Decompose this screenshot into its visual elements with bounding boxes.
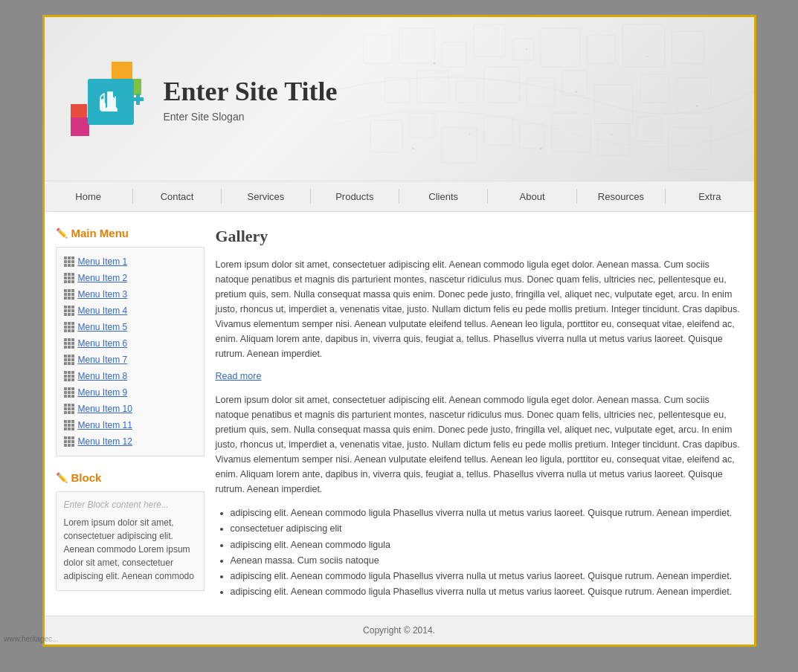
logo-area: Enter Site Title Enter Site Slogan [67,58,338,140]
grid-icon-6 [64,338,74,349]
grid-icon-11 [64,420,74,430]
content-paragraph-1: Lorem ipsum dolor sit amet, consectetuer… [216,257,743,361]
page-title: Gallery [216,227,743,246]
svg-point-27 [434,62,436,65]
nav-bar: Home Contact Services Products Clients A… [45,181,754,212]
list-item-6: adipiscing elit. Aenean commodo ligula P… [231,584,743,600]
nav-contact[interactable]: Contact [133,181,221,211]
menu-item-5[interactable]: Menu Item 5 [57,319,204,335]
grid-icon-7 [64,355,74,365]
content-paragraph-2: Lorem ipsum dolor sit amet, consectetuer… [216,392,743,497]
block-box: Enter Block content here... Lorem ipsum … [56,491,205,591]
menu-item-6[interactable]: Menu Item 6 [57,335,204,352]
svg-rect-5 [541,28,579,67]
grid-icon-3 [64,289,74,300]
watermark: www.heritagec... [4,635,58,643]
nav-home[interactable]: Home [45,181,132,211]
site-title-area: Enter Site Title Enter Site Slogan [164,76,338,123]
menu-item-8[interactable]: Menu Item 8 [57,368,204,384]
svg-point-29 [576,91,578,93]
svg-rect-17 [676,77,712,113]
main-content: Gallery Lorem ipsum dolor sit amet, cons… [216,227,743,601]
logo-icon [67,58,149,140]
svg-rect-26 [669,127,711,169]
block-title: Block [56,471,205,484]
svg-rect-8 [672,31,704,63]
read-more-link[interactable]: Read more [216,371,262,381]
svg-rect-0 [364,35,392,63]
svg-rect-14 [562,71,587,95]
svg-point-30 [646,56,648,57]
svg-rect-25 [637,117,661,141]
svg-rect-15 [594,85,633,123]
copyright-text: Copyright © 2014. [363,625,435,636]
menu-item-9[interactable]: Menu Item 9 [57,384,204,401]
site-title: Enter Site Title [164,76,338,107]
site-frame: Enter Site Title Enter Site Slogan Home … [42,15,756,647]
svg-rect-39 [71,117,89,136]
nav-products[interactable]: Products [311,181,399,211]
list-item-1: adipiscing elit. Aenean commodo ligula P… [231,505,743,521]
block-placeholder: Enter Block content here... [64,500,196,510]
grid-icon-12 [64,436,74,447]
svg-rect-21 [484,117,512,145]
grid-icon-1 [64,256,74,267]
svg-point-34 [611,134,613,135]
content-list: adipiscing elit. Aenean commodo ligula P… [231,505,743,601]
menu-item-3[interactable]: Menu Item 3 [57,286,204,303]
svg-rect-11 [456,81,477,103]
menu-item-4[interactable]: Menu Item 4 [57,303,204,319]
menu-item-2[interactable]: Menu Item 2 [57,270,204,286]
svg-rect-7 [622,25,665,67]
nav-resources[interactable]: Resources [577,181,665,211]
menu-box: Menu Item 1 Menu Item 2 [56,247,205,456]
svg-rect-22 [520,123,544,148]
svg-rect-24 [598,123,630,155]
site-slogan: Enter Site Slogan [164,111,338,123]
grid-icon-4 [64,306,74,316]
menu-item-1[interactable]: Menu Item 1 [57,253,204,270]
svg-rect-20 [442,127,477,163]
site-header: Enter Site Title Enter Site Slogan [45,17,754,181]
svg-point-28 [526,48,527,50]
grid-icon-8 [64,371,74,381]
nav-extra[interactable]: Extra [666,181,753,211]
svg-rect-16 [640,74,669,103]
list-item-2: consectetuer adipiscing elit [231,521,743,537]
list-item-3: adipiscing elit. Aenean commodo ligula [231,537,743,553]
svg-rect-3 [474,25,506,56]
svg-rect-18 [370,120,402,152]
svg-rect-19 [410,113,434,138]
grid-icon-2 [64,273,74,283]
svg-rect-1 [399,28,435,64]
svg-rect-13 [527,77,555,106]
menu-item-12[interactable]: Menu Item 12 [57,433,204,450]
site-footer: Copyright © 2014. [45,616,754,644]
svg-rect-23 [552,113,591,152]
menu-item-10[interactable]: Menu Item 10 [57,401,204,417]
nav-about[interactable]: About [488,181,576,211]
sidebar: Main Menu Menu Item 1 [56,227,205,601]
content-wrapper: Main Menu Menu Item 1 [45,212,754,616]
svg-rect-10 [416,71,448,103]
menu-item-11[interactable]: Menu Item 11 [57,417,204,433]
svg-rect-12 [484,67,520,103]
main-menu-title: Main Menu [56,227,205,239]
svg-point-33 [540,147,542,149]
svg-point-32 [469,134,471,135]
block-text: Lorem ipsum dolor sit amet, consectetuer… [64,516,196,583]
svg-rect-43 [136,94,140,105]
nav-services[interactable]: Services [222,181,309,211]
header-bg-svg [328,17,753,181]
svg-rect-4 [512,39,534,60]
svg-rect-6 [587,35,615,63]
list-item-5: adipiscing elit. Aenean commodo ligula P… [231,569,743,584]
svg-rect-2 [442,42,466,67]
list-item-4: Aenean massa. Cum sociis natoque [231,553,743,569]
svg-point-35 [412,147,414,149]
grid-icon-9 [64,387,74,398]
svg-rect-9 [384,77,409,102]
menu-item-7[interactable]: Menu Item 7 [57,352,204,368]
nav-clients[interactable]: Clients [399,181,487,211]
svg-point-31 [696,105,698,107]
